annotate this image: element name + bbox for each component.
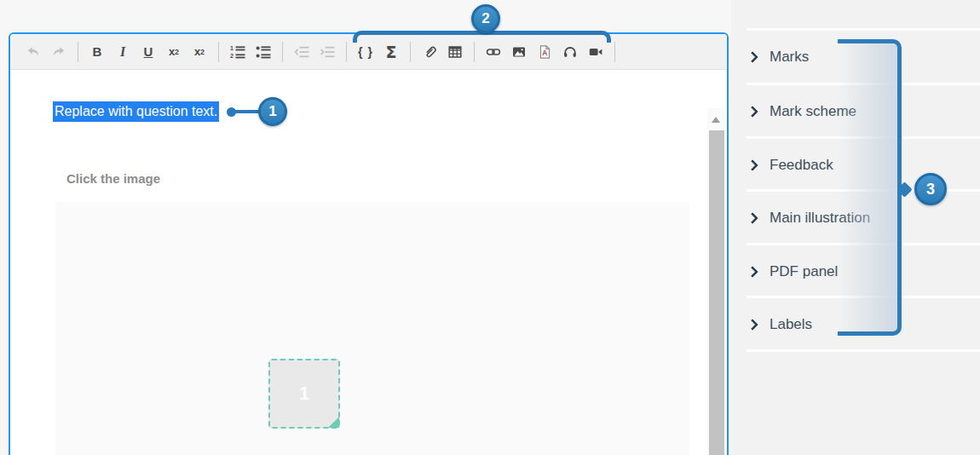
redo-button [46,39,72,65]
resize-handle[interactable] [328,417,339,428]
callout-badge-3: 3 [914,173,947,205]
insert-image-button[interactable] [506,39,532,65]
chevron-right-icon [747,105,758,117]
svg-text:A: A [542,49,547,57]
accordion-label: Labels [770,316,812,333]
insert-video-button[interactable] [583,39,608,65]
callout-badge-2: 2 [471,4,500,33]
drop-zone-number: 1 [299,383,309,405]
chevron-right-icon [747,50,758,62]
svg-text:1: 1 [230,45,233,51]
toolbar-separator [218,42,219,62]
insert-table-button[interactable] [442,39,468,65]
chevron-right-icon [747,318,758,330]
superscript-button[interactable]: x2 [187,39,212,65]
italic-button[interactable]: I [110,39,135,65]
attachment-button[interactable] [417,39,442,65]
scroll-up-icon[interactable] [712,117,720,123]
toolbar-separator [78,42,78,62]
toolbar-separator [410,42,411,62]
accordion-label: Marks [770,49,809,66]
toolbar-separator [346,42,347,62]
undo-button [20,39,46,65]
bold-button[interactable]: B [84,39,110,65]
subscript-button[interactable]: x2 [161,39,187,65]
chevron-right-icon [747,211,758,223]
accordion-label: Feedback [770,157,833,174]
accordion-label: PDF panel [770,263,838,280]
insert-link-button[interactable] [481,39,506,65]
code-snippet-button[interactable]: { } [353,39,378,65]
callout-1-connector [233,110,261,113]
numbered-list-button[interactable]: 1 2 [225,39,251,65]
underline-button[interactable]: U [135,39,161,65]
rich-text-editor: B I U x2 x2 1 2 [9,32,729,455]
scrollbar-thumb[interactable] [709,130,724,455]
bulleted-list-button[interactable] [251,39,276,65]
callout-3-bracket [838,39,902,336]
question-text-selected: Replace with question text. [53,101,219,122]
label-drop-zone[interactable]: 1 [268,359,340,429]
toolbar-separator [282,42,283,62]
math-formula-button[interactable]: Σ [378,39,404,65]
svg-text:2: 2 [230,53,233,59]
increase-indent-button [314,39,340,65]
insert-pdf-button[interactable]: A [532,39,557,65]
editor-content[interactable]: Replace with question text. Click the im… [10,71,727,455]
question-editor-screen: B I U x2 x2 1 2 [0,0,980,455]
insert-audio-button[interactable] [557,39,583,65]
callout-badge-1: 1 [258,97,287,126]
decrease-indent-button [289,39,314,65]
chevron-right-icon [747,265,758,277]
callout-1-dot [227,107,236,117]
toolbar-separator [614,42,615,62]
image-caption-text: Click the image [66,171,160,186]
chevron-right-icon [747,158,758,170]
toolbar-separator [474,42,475,62]
editor-scrollbar[interactable] [707,108,725,455]
main-illustration-area: 1 [55,202,689,455]
